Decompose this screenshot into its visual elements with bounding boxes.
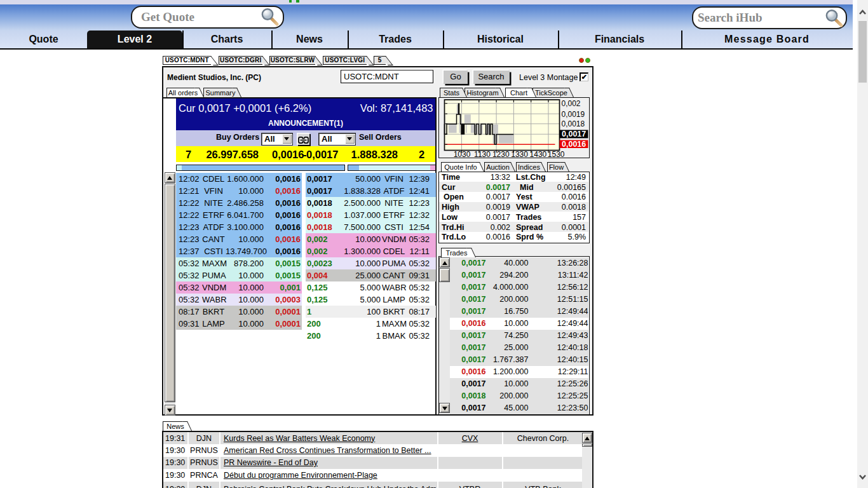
svg-text:0,0018: 0,0018 [562, 119, 585, 128]
svg-text:0,0016: 0,0016 [562, 140, 586, 149]
svg-text:1230: 1230 [492, 149, 510, 157]
svg-text:1030: 1030 [454, 149, 471, 157]
svg-text:1330: 1330 [511, 149, 528, 157]
svg-text:0,0019: 0,0019 [562, 109, 585, 118]
svg-text:0,002: 0,002 [562, 99, 581, 108]
svg-text:1530: 1530 [548, 149, 565, 157]
svg-text:1130: 1130 [474, 149, 491, 157]
svg-text:1430: 1430 [530, 149, 547, 157]
svg-text:0,0017: 0,0017 [562, 130, 586, 139]
